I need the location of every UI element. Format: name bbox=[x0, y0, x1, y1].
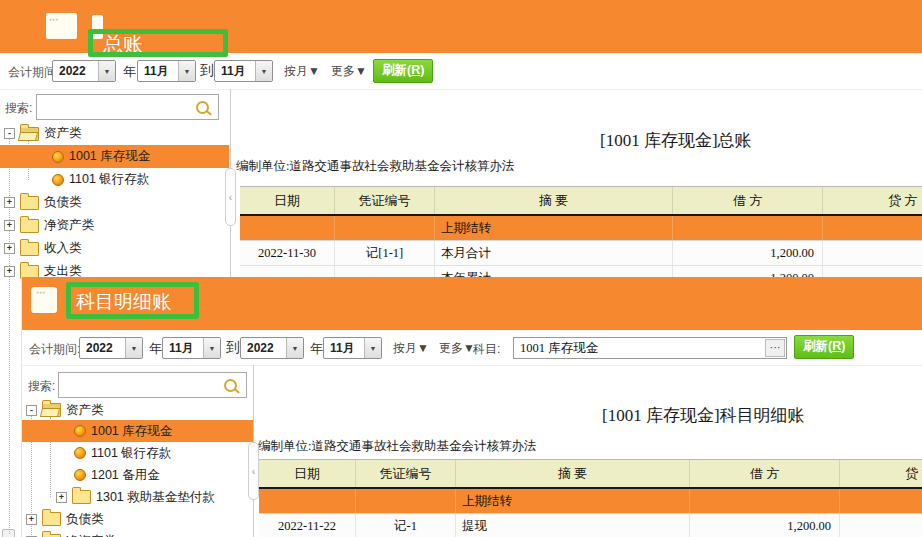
col-date: 日期 bbox=[240, 187, 335, 214]
cell-debit: 1,200.00 bbox=[673, 241, 823, 265]
report-title: [1001 库存现金]总账 bbox=[600, 129, 752, 152]
tree-item-income[interactable]: + 收入类 bbox=[0, 237, 229, 260]
tree-item-1201-petty-cash[interactable]: 1201 备用金 bbox=[22, 464, 253, 486]
refresh-label: 刷新( bbox=[382, 63, 411, 77]
col-voucher: 凭证编号 bbox=[356, 460, 456, 487]
col-credit: 贷 方 bbox=[823, 187, 922, 214]
year-unit-label: 年 bbox=[149, 340, 162, 358]
month-from-select[interactable]: 11月 ▼ bbox=[137, 60, 196, 82]
tree-item-1101-bank[interactable]: 1101 银行存款 bbox=[0, 168, 229, 191]
month-to-select[interactable]: 11月 ▼ bbox=[214, 60, 273, 82]
subject-detail-titlebar: ⋯ 科目明细账 bbox=[22, 277, 922, 330]
folder-icon bbox=[20, 242, 39, 256]
table-header-row: 日期 凭证编号 摘 要 借 方 贷 方 bbox=[240, 186, 922, 216]
by-month-menu[interactable]: 按月▼ bbox=[393, 340, 429, 357]
tree-item-liabilities[interactable]: + 负债类 bbox=[0, 191, 229, 214]
tree-item-label: 1301 救助基金垫付款 bbox=[96, 489, 215, 506]
expand-icon[interactable]: + bbox=[4, 266, 15, 277]
col-summary: 摘 要 bbox=[435, 187, 673, 214]
report-unit-line: 编制单位:道路交通事故社会救助基金会计核算办法 bbox=[258, 438, 536, 455]
account-coin-icon bbox=[74, 469, 86, 481]
expand-icon[interactable]: + bbox=[26, 514, 37, 525]
expand-icon[interactable]: + bbox=[4, 220, 15, 231]
detail-ledger-table: 日期 凭证编号 摘 要 借 方 贷 方 上期结转 2022-11-22 记-1 … bbox=[259, 459, 922, 537]
account-coin-icon bbox=[52, 174, 64, 186]
chevron-down-icon[interactable]: ▼ bbox=[98, 61, 115, 81]
tree-item-1101-bank[interactable]: 1101 银行存款 bbox=[22, 442, 253, 464]
year-to-select[interactable]: 2022 ▼ bbox=[240, 337, 304, 359]
window-title: 科目明细账 bbox=[76, 289, 171, 315]
month-to-value: 11月 bbox=[324, 338, 364, 358]
tree-item-liabilities[interactable]: + 负债类 bbox=[22, 508, 253, 530]
chevron-down-icon[interactable]: ▼ bbox=[255, 61, 272, 81]
chevron-down-icon[interactable]: ▼ bbox=[125, 338, 142, 358]
subject-input[interactable]: 1001 库存现金 ··· bbox=[513, 337, 787, 359]
chevron-down-icon[interactable]: ▼ bbox=[364, 338, 381, 358]
year-to-value: 2022 bbox=[241, 338, 286, 358]
tree-item-net-assets[interactable]: + 净资产类 bbox=[22, 530, 253, 537]
by-month-menu[interactable]: 按月▼ bbox=[284, 63, 320, 80]
month-from-value: 11月 bbox=[138, 61, 178, 81]
collapse-icon[interactable]: - bbox=[26, 405, 37, 416]
subject-value: 1001 库存现金 bbox=[514, 340, 765, 357]
more-menu[interactable]: 更多▼ bbox=[331, 63, 367, 80]
search-icon[interactable] bbox=[224, 379, 237, 392]
cell-summary: 提现 bbox=[456, 514, 690, 537]
table-row-month-total[interactable]: 2022-11-30 记[1-1] 本月合计 1,200.00 bbox=[240, 241, 922, 266]
chevron-down-icon[interactable]: ▼ bbox=[286, 338, 303, 358]
account-coin-icon bbox=[74, 447, 86, 459]
table-row-withdrawal[interactable]: 2022-11-22 记-1 提现 1,200.00 bbox=[259, 514, 922, 537]
ellipsis-picker-button[interactable]: ··· bbox=[765, 339, 785, 357]
year-from-select[interactable]: 2022 ▼ bbox=[79, 337, 143, 359]
col-summary: 摘 要 bbox=[456, 460, 690, 487]
month-from-select[interactable]: 11月 ▼ bbox=[162, 337, 221, 359]
year-from-select[interactable]: 2022 ▼ bbox=[52, 60, 116, 82]
tree-item-1001-cash[interactable]: 1001 库存现金 bbox=[0, 145, 229, 168]
cell-credit bbox=[840, 489, 922, 513]
tree-item-label: 收入类 bbox=[44, 240, 82, 257]
tree-item-label: 1101 银行存款 bbox=[91, 445, 171, 462]
search-label: 搜索: bbox=[28, 378, 55, 395]
tree-item-1301-fund-advance[interactable]: + 1301 救助基金垫付款 bbox=[22, 486, 253, 508]
chevron-down-icon[interactable]: ▼ bbox=[178, 61, 195, 81]
cell-voucher bbox=[356, 489, 456, 513]
cell-date bbox=[259, 489, 356, 513]
cell-summary: 上期结转 bbox=[456, 489, 690, 513]
search-input[interactable] bbox=[58, 372, 247, 398]
refresh-label-close: ) bbox=[420, 63, 424, 77]
table-header-row: 日期 凭证编号 摘 要 借 方 贷 方 bbox=[259, 459, 922, 489]
expand-icon[interactable]: + bbox=[4, 243, 15, 254]
splitter-collapse-handle[interactable]: ‹ bbox=[248, 442, 259, 500]
tree-item-1001-cash[interactable]: 1001 库存现金 bbox=[22, 420, 253, 442]
expand-icon[interactable]: + bbox=[4, 197, 15, 208]
refresh-label-close: ) bbox=[841, 339, 845, 353]
more-menu[interactable]: 更多▼ bbox=[439, 340, 475, 357]
folder-icon bbox=[20, 196, 39, 210]
chevron-down-icon[interactable]: ▼ bbox=[203, 338, 220, 358]
refresh-button[interactable]: 刷新(R) bbox=[373, 59, 433, 83]
refresh-button[interactable]: 刷新(R) bbox=[794, 335, 854, 359]
search-input[interactable] bbox=[36, 94, 219, 120]
cell-voucher bbox=[335, 216, 435, 240]
collapse-icon[interactable]: - bbox=[4, 128, 15, 139]
tree-item-net-assets[interactable]: + 净资产类 bbox=[0, 214, 229, 237]
month-to-select[interactable]: 11月 ▼ bbox=[323, 337, 382, 359]
col-voucher: 凭证编号 bbox=[335, 187, 435, 214]
tree-item-assets[interactable]: - 资产类 bbox=[22, 399, 253, 421]
cell-credit bbox=[823, 216, 922, 240]
splitter-collapse-handle[interactable]: ‹ bbox=[225, 168, 236, 226]
refresh-shortcut: R bbox=[411, 63, 420, 77]
expand-icon[interactable]: + bbox=[56, 492, 67, 503]
tree-item-label: 资产类 bbox=[66, 402, 104, 419]
cell-summary: 本月合计 bbox=[435, 241, 673, 265]
tree-item-assets[interactable]: - 资产类 bbox=[0, 122, 229, 145]
cell-credit bbox=[823, 241, 922, 265]
search-icon[interactable] bbox=[196, 101, 209, 114]
refresh-label: 刷新( bbox=[803, 339, 832, 353]
icon-dots: ⋯ bbox=[36, 290, 47, 295]
detail-ledger-icon: ⋯ bbox=[31, 287, 57, 313]
tree-item-label: 负债类 bbox=[44, 194, 82, 211]
tree-item-label: 资产类 bbox=[44, 125, 82, 142]
folder-icon bbox=[72, 490, 91, 504]
cell-debit bbox=[690, 489, 840, 513]
